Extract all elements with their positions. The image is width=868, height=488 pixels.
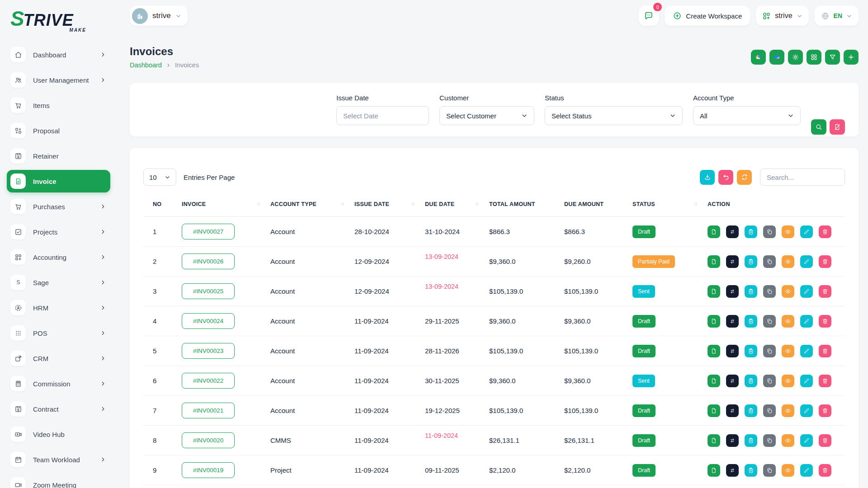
invoice-number-link[interactable]: #INV00022 — [182, 373, 235, 389]
clipboard-button[interactable] — [745, 225, 757, 238]
sort-icon[interactable]: ↑↓ — [411, 201, 414, 206]
language-selector[interactable]: EN — [815, 6, 859, 26]
column-header-issue-date[interactable]: ISSUE DATE↑↓ — [354, 195, 425, 217]
convert-button[interactable] — [726, 375, 739, 387]
delete-button[interactable] — [819, 345, 831, 357]
convert-button[interactable] — [726, 345, 739, 357]
delete-button[interactable] — [819, 464, 831, 477]
table-search-input[interactable] — [760, 169, 845, 186]
convert-button[interactable] — [726, 255, 739, 268]
clipboard-button[interactable] — [745, 345, 757, 357]
delete-button[interactable] — [819, 434, 831, 447]
edit-button[interactable] — [800, 375, 813, 387]
document-button[interactable] — [708, 434, 720, 447]
undo-button[interactable] — [718, 170, 733, 185]
edit-button[interactable] — [800, 464, 813, 477]
copy-button[interactable] — [763, 464, 776, 477]
view-button[interactable] — [782, 434, 794, 447]
customer-select[interactable]: Select Customer — [439, 106, 534, 125]
delete-button[interactable] — [819, 404, 831, 417]
sidebar-item-hrm[interactable]: HRM — [10, 296, 110, 319]
column-header-invoice[interactable]: INVOICE↑↓ — [182, 195, 270, 217]
copy-button[interactable] — [763, 434, 776, 447]
brand-logo[interactable]: STRIVE MAKE — [10, 6, 87, 31]
clipboard-button[interactable] — [745, 464, 757, 477]
copy-button[interactable] — [763, 285, 776, 298]
sort-icon[interactable]: ↑↓ — [340, 201, 344, 206]
sidebar-item-commission[interactable]: Commission — [10, 372, 110, 395]
status-select[interactable]: Select Status — [545, 106, 683, 125]
convert-button[interactable] — [726, 404, 739, 417]
clipboard-button[interactable] — [745, 285, 757, 298]
sidebar-item-pos[interactable]: POS — [10, 322, 110, 344]
sidebar-item-crm[interactable]: CRM — [10, 347, 110, 370]
invoice-number-link[interactable]: #INV00024 — [182, 313, 235, 329]
document-button[interactable] — [708, 285, 720, 298]
convert-button[interactable] — [726, 464, 739, 477]
export-download-button[interactable] — [700, 170, 715, 185]
invoice-number-link[interactable]: #INV00026 — [182, 253, 235, 269]
sidebar-item-sage[interactable]: SSage — [10, 271, 110, 294]
convert-button[interactable] — [726, 315, 739, 328]
document-button[interactable] — [708, 315, 720, 328]
create-workspace-button[interactable]: Create Workspace — [665, 6, 750, 26]
sidebar-item-items[interactable]: Items — [10, 94, 110, 117]
sidebar-item-contract[interactable]: Contract — [10, 398, 110, 420]
document-button[interactable] — [708, 375, 720, 387]
clipboard-button[interactable] — [745, 375, 757, 387]
edit-button[interactable] — [800, 404, 813, 417]
copy-button[interactable] — [763, 255, 776, 268]
filter-clear-button[interactable] — [830, 119, 845, 135]
sidebar-item-purchases[interactable]: Purchases — [10, 195, 110, 218]
copy-button[interactable] — [763, 375, 776, 387]
view-button[interactable] — [782, 375, 794, 387]
edit-button[interactable] — [800, 345, 813, 357]
sort-icon[interactable]: ↑↓ — [256, 201, 259, 206]
account-type-select[interactable]: All — [693, 106, 801, 125]
google-drive-button[interactable] — [751, 50, 766, 65]
sidebar-item-zoom-meeting[interactable]: Zoom Meeting — [10, 474, 110, 488]
document-button[interactable] — [708, 255, 720, 268]
document-button[interactable] — [708, 404, 720, 417]
filter-button[interactable] — [825, 50, 840, 65]
sort-icon[interactable]: ↑↓ — [693, 201, 697, 206]
delete-button[interactable] — [819, 315, 831, 328]
view-button[interactable] — [782, 404, 794, 417]
delete-button[interactable] — [819, 225, 831, 238]
sidebar-item-team-workload[interactable]: Team Workload — [10, 448, 110, 471]
copy-button[interactable] — [763, 345, 776, 357]
breadcrumb-dashboard-link[interactable]: Dashboard — [130, 61, 162, 69]
filter-search-button[interactable] — [811, 119, 826, 135]
delete-button[interactable] — [819, 255, 831, 268]
invoice-number-link[interactable]: #INV00020 — [182, 432, 235, 448]
invoice-number-link[interactable]: #INV00023 — [182, 343, 235, 359]
document-button[interactable] — [708, 225, 720, 238]
edit-button[interactable] — [800, 225, 813, 238]
sidebar-item-invoice[interactable]: Invoice — [7, 170, 110, 192]
invoice-number-link[interactable]: #INV00027 — [182, 224, 235, 239]
edit-button[interactable] — [800, 285, 813, 298]
invoice-number-link[interactable]: #INV00021 — [182, 403, 235, 418]
clipboard-button[interactable] — [745, 255, 757, 268]
copy-button[interactable] — [763, 404, 776, 417]
grid-button[interactable] — [807, 50, 821, 65]
column-header-status[interactable]: STATUS↑↓ — [632, 195, 708, 217]
edit-button[interactable] — [800, 434, 813, 447]
settings-button[interactable] — [788, 50, 803, 65]
convert-button[interactable] — [726, 285, 739, 298]
column-header-account-type[interactable]: ACCOUNT TYPE↑↓ — [270, 195, 354, 217]
column-header-due-date[interactable]: DUE DATE↑↓ — [425, 195, 489, 217]
clipboard-button[interactable] — [745, 434, 757, 447]
clipboard-button[interactable] — [745, 404, 757, 417]
sidebar-item-proposal[interactable]: Proposal — [10, 119, 110, 142]
view-button[interactable] — [782, 285, 794, 298]
sidebar-item-projects[interactable]: Projects — [10, 221, 110, 243]
document-button[interactable] — [708, 464, 720, 477]
view-button[interactable] — [782, 315, 794, 328]
view-button[interactable] — [782, 464, 794, 477]
edit-button[interactable] — [800, 315, 813, 328]
view-button[interactable] — [782, 255, 794, 268]
onedrive-button[interactable] — [769, 50, 784, 65]
delete-button[interactable] — [819, 375, 831, 387]
sidebar-item-user-management[interactable]: User Management — [10, 69, 110, 91]
